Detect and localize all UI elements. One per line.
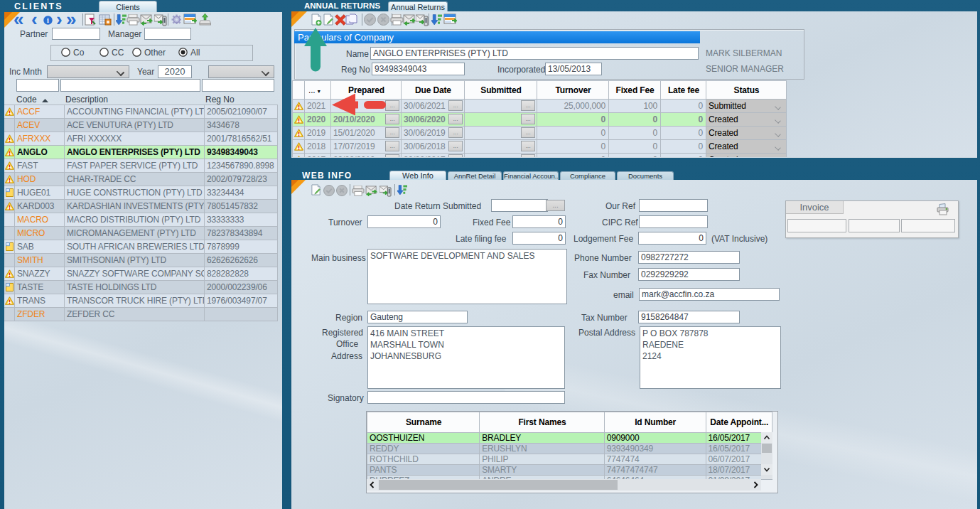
svg-text:i: i	[47, 16, 49, 24]
